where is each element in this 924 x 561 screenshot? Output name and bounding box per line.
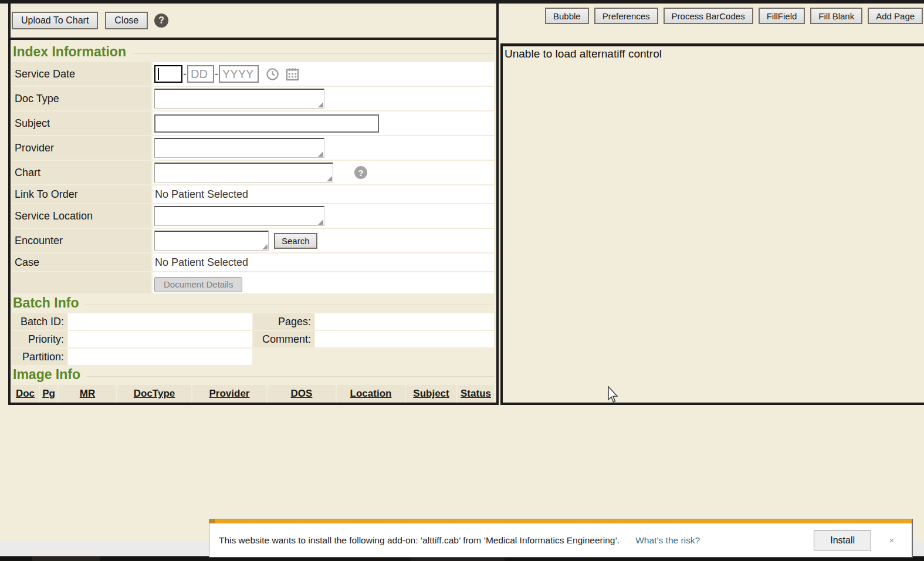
encounter-row: Encounter Search xyxy=(12,229,494,252)
partition-label: Partition: xyxy=(12,349,67,365)
column-header-dos[interactable]: DOS xyxy=(268,385,336,403)
encounter-field: Search xyxy=(153,229,494,252)
column-header-location[interactable]: Location xyxy=(337,385,405,403)
link-to-order-row: Link To Order No Patient Selected xyxy=(12,185,494,203)
index-form: Index Information Service Date - DD - YY… xyxy=(11,40,496,403)
index-panel: Upload To Chart Close ? Index Informatio… xyxy=(8,4,499,405)
date-separator: - xyxy=(215,68,218,80)
subject-input[interactable] xyxy=(154,114,379,133)
whats-the-risk-link[interactable]: What’s the risk? xyxy=(635,535,700,546)
service-date-row: Service Date - DD - YYYY xyxy=(12,62,494,86)
process-barcodes-button[interactable]: Process BarCodes xyxy=(664,8,753,24)
link-to-order-field: No Patient Selected xyxy=(153,185,494,203)
chart-field: ? xyxy=(153,161,494,184)
doc-type-combobox[interactable] xyxy=(154,89,324,109)
add-page-button[interactable]: Add Page xyxy=(868,8,923,24)
pages-field[interactable] xyxy=(315,313,494,330)
comment-label: Comment: xyxy=(253,331,314,347)
column-header-provider[interactable]: Provider xyxy=(192,385,266,403)
image-info-header: Image Info xyxy=(13,367,494,383)
encounter-label: Encounter xyxy=(12,229,151,252)
chart-label: Chart xyxy=(12,161,151,184)
encounter-search-button[interactable]: Search xyxy=(274,233,317,249)
fillfield-button[interactable]: FillField xyxy=(759,8,805,24)
combo-corner-icon xyxy=(318,102,323,107)
batch-empty-cell xyxy=(253,349,314,365)
bubble-button[interactable]: Bubble xyxy=(545,8,589,24)
column-header-subject[interactable]: Subject xyxy=(406,385,456,403)
notification-accent-dark-segment xyxy=(209,519,215,523)
service-date-year-input[interactable]: YYYY xyxy=(219,65,259,83)
notification-message: This website wants to install the follow… xyxy=(219,535,620,546)
document-details-field: Document Details xyxy=(153,272,494,293)
taskbar-segment xyxy=(32,556,100,561)
encounter-combobox[interactable] xyxy=(154,231,269,251)
link-to-order-value: No Patient Selected xyxy=(154,188,248,201)
provider-field xyxy=(153,136,494,160)
comment-field[interactable] xyxy=(315,331,494,347)
index-information-header: Index Information xyxy=(13,44,494,60)
service-date-day-input[interactable]: DD xyxy=(187,65,214,83)
addon-notification-bar: This website wants to install the follow… xyxy=(209,519,913,557)
service-location-label: Service Location xyxy=(12,204,151,228)
column-header-doctype[interactable]: DocType xyxy=(117,385,191,403)
provider-label: Provider xyxy=(12,136,151,160)
notification-content: This website wants to install the follow… xyxy=(209,523,912,557)
index-information-title: Index Information xyxy=(13,44,126,60)
image-info-title: Image Info xyxy=(13,367,80,383)
install-button[interactable]: Install xyxy=(814,530,871,550)
case-row: Case No Patient Selected xyxy=(12,254,494,271)
service-location-combobox[interactable] xyxy=(154,206,324,226)
column-header-doc[interactable]: Doc xyxy=(12,385,39,403)
preferences-button[interactable]: Preferences xyxy=(594,8,658,24)
partition-field[interactable] xyxy=(68,349,252,365)
service-date-field: - DD - YYYY xyxy=(153,62,494,86)
document-details-button[interactable]: Document Details xyxy=(154,277,242,292)
fill-blank-button[interactable]: Fill Blank xyxy=(810,8,862,24)
combo-corner-icon xyxy=(262,244,268,249)
case-label: Case xyxy=(12,254,151,271)
date-separator: - xyxy=(183,68,187,80)
provider-row: Provider xyxy=(12,136,494,160)
viewer-toolbar: Bubble Preferences Process BarCodes Fill… xyxy=(545,8,923,24)
subject-label: Subject xyxy=(12,111,151,135)
pages-label: Pages: xyxy=(253,313,314,330)
notification-accent-bar xyxy=(209,519,912,523)
column-header-mr[interactable]: MR xyxy=(59,385,116,403)
clock-icon[interactable] xyxy=(266,67,279,81)
batch-id-field[interactable] xyxy=(68,313,252,330)
viewer-error-message: Unable to load alternatiff control xyxy=(503,46,924,60)
column-header-pg[interactable]: Pg xyxy=(40,385,57,403)
header-rule xyxy=(84,305,494,305)
priority-field[interactable] xyxy=(68,331,252,347)
date-icon-group xyxy=(266,67,299,81)
close-button[interactable]: Close xyxy=(105,12,148,29)
doc-type-row: Doc Type xyxy=(12,87,494,110)
provider-combobox[interactable] xyxy=(154,138,324,158)
chart-help-icon[interactable]: ? xyxy=(354,166,367,179)
case-value: No Patient Selected xyxy=(154,256,248,269)
case-field: No Patient Selected xyxy=(153,254,494,271)
help-icon[interactable]: ? xyxy=(154,13,168,28)
combo-corner-icon xyxy=(327,176,332,181)
column-header-status[interactable]: Status xyxy=(458,385,494,403)
subject-field xyxy=(153,111,494,135)
combo-corner-icon xyxy=(318,219,323,225)
priority-label: Priority: xyxy=(12,331,67,347)
service-date-month-input[interactable] xyxy=(154,65,182,83)
calendar-icon[interactable] xyxy=(286,67,299,81)
service-location-row: Service Location xyxy=(12,204,494,228)
subject-row: Subject xyxy=(12,111,494,135)
chart-combobox[interactable] xyxy=(154,163,333,183)
doc-type-label: Doc Type xyxy=(12,87,151,110)
batch-info-header: Batch Info xyxy=(13,295,494,311)
mouse-cursor xyxy=(608,386,620,404)
link-to-order-label: Link To Order xyxy=(12,185,151,203)
service-date-label: Service Date xyxy=(12,62,151,86)
index-toolbar: Upload To Chart Close ? xyxy=(11,4,496,40)
image-viewer-panel: Unable to load alternatiff control xyxy=(500,43,924,405)
header-rule xyxy=(86,376,494,377)
notification-close-icon[interactable]: × xyxy=(887,535,896,545)
batch-id-label: Batch ID: xyxy=(12,313,67,330)
upload-to-chart-button[interactable]: Upload To Chart xyxy=(12,12,98,29)
